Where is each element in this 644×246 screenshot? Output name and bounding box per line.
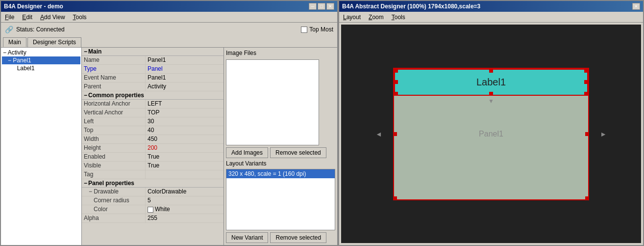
left-window: B4A Designer - demo ─ □ ✕ File Edit Add … <box>0 0 338 246</box>
main-content: − Activity − Panel1 Label1 − Main Name P… <box>1 48 337 245</box>
panel-section-collapse[interactable]: − <box>84 180 87 187</box>
right-menu-bar: Layout Zoom Tools <box>339 12 643 23</box>
label1-handle-tr <box>584 69 588 73</box>
arrow-down-icon: ▼ <box>488 98 494 105</box>
prop-alpha-value: 255 <box>146 214 223 222</box>
label1-handle-br <box>584 92 588 96</box>
image-files-label: Image Files <box>226 50 335 56</box>
status-bar: 🔗 Status: Connected Top Most <box>1 23 337 36</box>
topmost-label: Top Most <box>309 26 333 33</box>
prop-parent-label: Parent <box>82 82 146 91</box>
remove-selected-variant-button[interactable]: Remove selected <box>270 232 326 243</box>
prop-visible-row[interactable]: Visible True <box>82 162 223 170</box>
menu-file[interactable]: File <box>3 13 16 21</box>
image-buttons-row: Add Images Remove selected <box>226 147 335 158</box>
new-variant-button[interactable]: New Variant <box>226 232 268 243</box>
prop-enabled-label: Enabled <box>82 153 146 161</box>
prop-cornerradius-value: 5 <box>146 196 223 205</box>
prop-width-label: Width <box>82 135 146 143</box>
prop-eventname-row[interactable]: Event Name Panel1 <box>82 74 223 82</box>
handle-br <box>585 196 589 200</box>
tree-label1[interactable]: Label1 <box>2 64 80 72</box>
variant-buttons-row: New Variant Remove selected <box>226 232 335 243</box>
right-title-controls: ✕ <box>632 3 640 10</box>
topmost-checkbox[interactable] <box>301 27 307 33</box>
menu-layout[interactable]: Layout <box>341 13 363 21</box>
prop-height-row[interactable]: Height 200 <box>82 144 223 153</box>
prop-type-row[interactable]: Type Panel <box>82 65 223 74</box>
tabs: Main Designer Scripts <box>1 36 337 48</box>
label1-handle-tm <box>489 69 493 73</box>
prop-enabled-value: True <box>146 153 223 161</box>
tree-panel1[interactable]: − Panel1 <box>2 56 80 64</box>
tree-activity[interactable]: − Activity <box>2 49 80 56</box>
menu-add-view[interactable]: Add View <box>38 13 67 21</box>
prop-name-row[interactable]: Name Panel1 <box>82 56 223 65</box>
prop-alpha-row[interactable]: Alpha 255 <box>82 214 223 223</box>
right-title-bar: B4A Abstract Designer (100%) 1794x1080,s… <box>339 1 643 12</box>
label1-element[interactable]: Label1 ▼ <box>394 69 588 96</box>
prop-vanchor-label: Vertical Anchor <box>82 109 146 117</box>
prop-type-value: Panel <box>146 65 223 73</box>
prop-cornerradius-row[interactable]: Corner radius 5 <box>82 196 223 205</box>
prop-alpha-label: Alpha <box>82 214 146 222</box>
label1-text: Label1 <box>476 77 506 88</box>
tree-expand-panel1: − <box>8 57 11 64</box>
prop-name-label: Name <box>82 56 146 64</box>
prop-color-value: White <box>146 205 223 214</box>
tree-expand-activity: − <box>3 49 6 56</box>
left-title-controls: ─ □ ✕ <box>309 3 334 10</box>
prop-width-row[interactable]: Width 450 <box>82 135 223 144</box>
close-button[interactable]: ✕ <box>326 3 334 10</box>
remove-selected-images-button[interactable]: Remove selected <box>270 147 326 158</box>
designer-canvas: ◄ ► Panel1 <box>341 25 641 243</box>
prop-color-label: Color <box>82 205 146 214</box>
prop-width-value: 450 <box>146 135 223 143</box>
panel1-element[interactable]: Panel1 Label1 ▼ <box>393 68 589 200</box>
prop-drawable-row[interactable]: − Drawable ColorDrawable <box>82 188 223 196</box>
arrow-right-icon: ► <box>600 130 607 138</box>
right-panel: Image Files Add Images Remove selected L… <box>224 48 337 245</box>
prop-left-row[interactable]: Left 30 <box>82 117 223 126</box>
tab-designer-scripts[interactable]: Designer Scripts <box>27 37 81 47</box>
tree-expand-label1 <box>14 65 15 72</box>
prop-top-row[interactable]: Top 40 <box>82 126 223 135</box>
main-section-collapse[interactable]: − <box>84 48 87 55</box>
add-images-button[interactable]: Add Images <box>226 147 268 158</box>
prop-tag-row[interactable]: Tag <box>82 170 223 179</box>
status-text: Status: Connected <box>16 26 65 33</box>
variant-list: 320 x 480, scale = 1 (160 dpi) <box>226 169 335 230</box>
right-close-button[interactable]: ✕ <box>632 3 640 10</box>
prop-tag-value <box>146 170 223 179</box>
common-section-collapse[interactable]: − <box>84 92 87 99</box>
right-title-text: B4A Abstract Designer (100%) 1794x1080,s… <box>342 3 480 10</box>
minimize-button[interactable]: ─ <box>309 3 317 10</box>
prop-hanchor-label: Horizontal Anchor <box>82 100 146 108</box>
panel-section-header: − Panel properties <box>82 179 223 188</box>
tab-main[interactable]: Main <box>3 37 26 47</box>
menu-zoom[interactable]: Zoom <box>367 13 386 21</box>
prop-top-value: 40 <box>146 126 223 135</box>
prop-height-label: Height <box>82 144 146 152</box>
left-title-bar: B4A Designer - demo ─ □ ✕ <box>1 1 337 12</box>
prop-color-row[interactable]: Color White <box>82 205 223 214</box>
prop-parent-row[interactable]: Parent Activity <box>82 82 223 91</box>
variant-item-0[interactable]: 320 x 480, scale = 1 (160 dpi) <box>226 169 335 178</box>
image-files-box <box>226 59 319 145</box>
prop-height-value: 200 <box>146 144 223 152</box>
prop-vanchor-value: TOP <box>146 109 223 117</box>
maximize-button[interactable]: □ <box>318 3 325 10</box>
menu-edit[interactable]: Edit <box>20 13 34 21</box>
main-section-header: − Main <box>82 48 223 56</box>
menu-tools-right[interactable]: Tools <box>390 13 407 21</box>
prop-enabled-row[interactable]: Enabled True <box>82 153 223 162</box>
menu-tools[interactable]: Tools <box>71 13 89 21</box>
left-menu-bar: File Edit Add View Tools <box>1 12 337 23</box>
prop-vanchor-row[interactable]: Vertical Anchor TOP <box>82 109 223 117</box>
label1-handle-ml <box>394 80 398 84</box>
common-section-header: − Common properties <box>82 91 223 100</box>
prop-visible-value: True <box>146 162 223 170</box>
panel1-label: Panel1 <box>479 130 503 138</box>
properties-panel: − Main Name Panel1 Type Panel Event Name… <box>82 48 224 245</box>
prop-hanchor-row[interactable]: Horizontal Anchor LEFT <box>82 100 223 109</box>
